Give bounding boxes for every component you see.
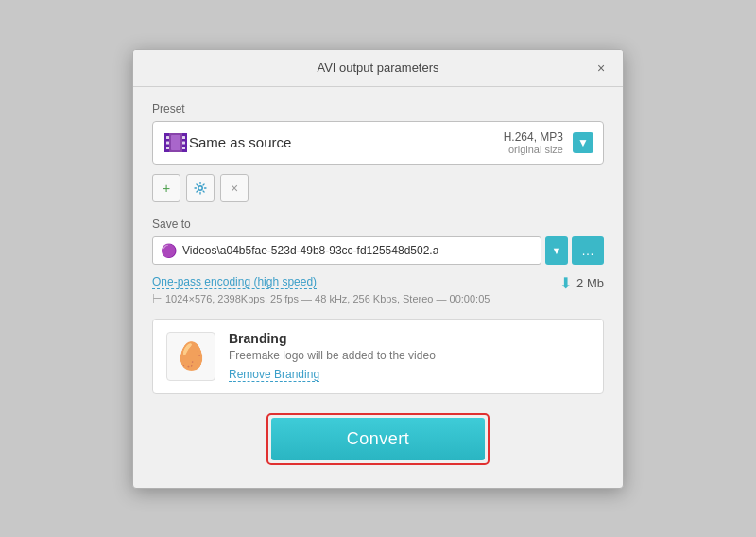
preset-size: original size: [504, 144, 563, 155]
path-field: 🟣 Videos\a04b5fae-523d-49b8-93cc-fd12554…: [152, 236, 541, 265]
branding-description: Freemake logo will be added to the video: [229, 349, 590, 362]
title-bar: AVI output parameters ×: [133, 50, 623, 87]
film-icon: [163, 130, 189, 156]
path-text: Videos\a04b5fae-523d-49b8-93cc-fd125548d…: [182, 244, 438, 257]
preset-buttons: + ×: [152, 174, 604, 202]
svg-rect-9: [171, 135, 180, 150]
preset-name: Same as source: [189, 134, 504, 150]
svg-rect-8: [182, 147, 185, 149]
branding-text: Branding Freemake logo will be added to …: [229, 331, 590, 382]
dialog-body: Preset Same as source H.264, MP3 origina…: [133, 87, 623, 488]
preset-info: H.264, MP3 original size: [504, 130, 563, 155]
convert-area: Convert: [152, 413, 604, 469]
branding-logo: 🥚: [166, 332, 215, 381]
add-preset-button[interactable]: +: [152, 174, 180, 202]
convert-button-wrapper: Convert: [266, 413, 490, 465]
avi-output-dialog: AVI output parameters × Preset Same as s…: [132, 49, 624, 489]
branding-title: Branding: [229, 331, 590, 346]
save-to-label: Save to: [152, 217, 604, 231]
file-size: ⬇ 2 Mb: [559, 274, 604, 292]
preset-label: Preset: [152, 102, 604, 115]
folder-icon: 🟣: [161, 243, 177, 258]
svg-rect-5: [166, 147, 169, 149]
preset-dropdown[interactable]: Same as source H.264, MP3 original size …: [152, 121, 604, 165]
encoding-link[interactable]: One-pass encoding (high speed): [152, 275, 317, 289]
encoding-info: One-pass encoding (high speed) 1024×576,…: [152, 274, 559, 305]
encoding-row: One-pass encoding (high speed) 1024×576,…: [152, 274, 604, 305]
remove-preset-button[interactable]: ×: [220, 174, 249, 202]
preset-codec: H.264, MP3: [504, 130, 563, 144]
convert-button[interactable]: Convert: [271, 418, 486, 460]
branding-box: 🥚 Branding Freemake logo will be added t…: [152, 319, 604, 394]
file-size-icon: ⬇: [559, 274, 572, 292]
gear-icon: [194, 182, 207, 195]
preset-dropdown-arrow: ▼: [573, 132, 593, 153]
svg-rect-6: [182, 136, 185, 139]
save-to-row: 🟣 Videos\a04b5fae-523d-49b8-93cc-fd12554…: [152, 236, 604, 265]
settings-preset-button[interactable]: [186, 174, 215, 202]
file-size-label: 2 Mb: [576, 276, 604, 290]
svg-rect-7: [182, 141, 185, 144]
remove-branding-link[interactable]: Remove Branding: [229, 368, 319, 382]
close-button[interactable]: ×: [593, 60, 610, 77]
path-browse-button[interactable]: …: [572, 236, 604, 265]
encoding-details: 1024×576, 2398Kbps, 25 fps — 48 kHz, 256…: [152, 292, 559, 305]
svg-point-10: [198, 185, 202, 189]
svg-rect-3: [166, 136, 169, 139]
path-dropdown-button[interactable]: ▼: [545, 236, 568, 265]
dialog-title: AVI output parameters: [163, 61, 593, 75]
svg-rect-4: [166, 141, 169, 144]
